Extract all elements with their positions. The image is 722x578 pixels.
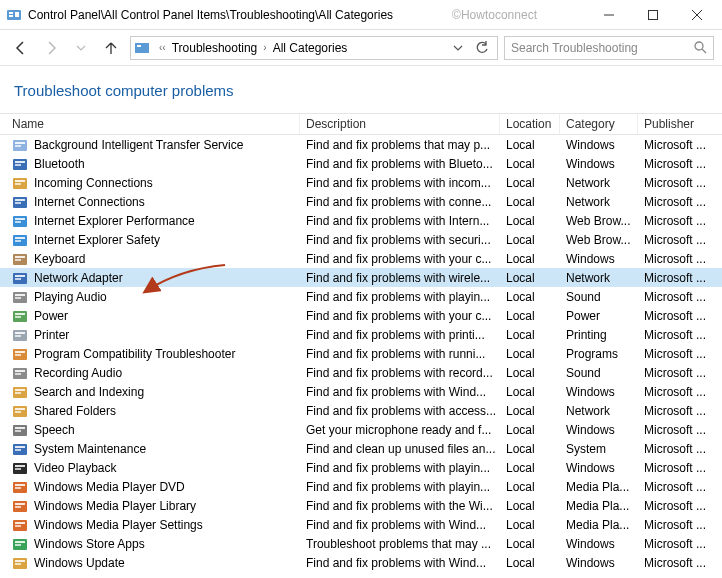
item-icon: [12, 555, 28, 571]
svg-rect-43: [15, 332, 25, 334]
list-item[interactable]: Network AdapterFind and fix problems wit…: [0, 268, 722, 287]
item-publisher: Microsoft ...: [638, 537, 722, 551]
list-item[interactable]: Incoming ConnectionsFind and fix problem…: [0, 173, 722, 192]
troubleshooter-list: Background Intelligent Transfer ServiceF…: [0, 135, 722, 572]
page-title: Troubleshoot computer problems: [0, 66, 722, 113]
item-description: Find and fix problems with record...: [300, 366, 500, 380]
list-item[interactable]: Windows Media Player SettingsFind and fi…: [0, 515, 722, 534]
list-item[interactable]: Shared FoldersFind and fix problems with…: [0, 401, 722, 420]
list-item[interactable]: Search and IndexingFind and fix problems…: [0, 382, 722, 401]
list-item[interactable]: System MaintenanceFind and clean up unus…: [0, 439, 722, 458]
item-name: Bluetooth: [34, 157, 85, 171]
item-category: Printing: [560, 328, 638, 342]
col-publisher[interactable]: Publisher: [638, 114, 722, 134]
refresh-button[interactable]: [471, 37, 493, 59]
item-icon: [12, 175, 28, 191]
chevron-right-icon[interactable]: ›: [259, 42, 270, 53]
forward-button[interactable]: [38, 35, 64, 61]
svg-rect-47: [15, 354, 21, 356]
list-item[interactable]: Internet Explorer SafetyFind and fix pro…: [0, 230, 722, 249]
svg-rect-20: [15, 183, 21, 185]
svg-rect-32: [15, 259, 21, 261]
svg-rect-41: [15, 316, 21, 318]
list-item[interactable]: Windows Media Player LibraryFind and fix…: [0, 496, 722, 515]
window-title: Control Panel\All Control Panel Items\Tr…: [28, 8, 393, 22]
chevron-icon[interactable]: ‹‹: [155, 42, 170, 53]
item-publisher: Microsoft ...: [638, 195, 722, 209]
back-button[interactable]: [8, 35, 34, 61]
history-dropdown[interactable]: [447, 37, 469, 59]
item-category: Windows: [560, 252, 638, 266]
svg-rect-3: [15, 12, 19, 17]
list-item[interactable]: Internet Explorer PerformanceFind and fi…: [0, 211, 722, 230]
minimize-button[interactable]: [596, 5, 622, 25]
item-category: Windows: [560, 556, 638, 570]
search-input[interactable]: Search Troubleshooting: [504, 36, 714, 60]
item-location: Local: [500, 176, 560, 190]
item-location: Local: [500, 290, 560, 304]
list-item[interactable]: Internet ConnectionsFind and fix problem…: [0, 192, 722, 211]
maximize-button[interactable]: [640, 5, 666, 25]
list-item[interactable]: KeyboardFind and fix problems with your …: [0, 249, 722, 268]
item-name: Windows Media Player Library: [34, 499, 196, 513]
recent-dropdown[interactable]: [68, 35, 94, 61]
svg-rect-79: [15, 560, 25, 562]
breadcrumb[interactable]: ‹‹ Troubleshooting › All Categories: [130, 36, 498, 60]
list-item[interactable]: Windows UpdateFind and fix problems with…: [0, 553, 722, 572]
item-name: Background Intelligent Transfer Service: [34, 138, 243, 152]
item-icon: [12, 308, 28, 324]
list-item[interactable]: Program Compatibility TroubleshooterFind…: [0, 344, 722, 363]
item-icon: [12, 270, 28, 286]
svg-rect-38: [15, 297, 21, 299]
svg-rect-23: [15, 202, 21, 204]
col-category[interactable]: Category: [560, 114, 638, 134]
item-location: Local: [500, 556, 560, 570]
item-publisher: Microsoft ...: [638, 385, 722, 399]
item-description: Find and fix problems with your c...: [300, 252, 500, 266]
svg-rect-55: [15, 408, 25, 410]
list-item[interactable]: Background Intelligent Transfer ServiceF…: [0, 135, 722, 154]
item-category: Windows: [560, 537, 638, 551]
item-location: Local: [500, 442, 560, 456]
breadcrumb-seg-troubleshooting[interactable]: Troubleshooting: [170, 41, 260, 55]
svg-rect-35: [15, 278, 21, 280]
breadcrumb-seg-all-categories[interactable]: All Categories: [271, 41, 350, 55]
svg-rect-9: [137, 45, 141, 47]
svg-rect-46: [15, 351, 25, 353]
list-item[interactable]: SpeechGet your microphone ready and f...…: [0, 420, 722, 439]
svg-rect-2: [9, 15, 13, 17]
list-item[interactable]: Recording AudioFind and fix problems wit…: [0, 363, 722, 382]
item-publisher: Microsoft ...: [638, 404, 722, 418]
column-headers: Name Description Location Category Publi…: [0, 113, 722, 135]
svg-rect-64: [15, 465, 25, 467]
item-description: Find and fix problems with your c...: [300, 309, 500, 323]
col-name[interactable]: Name: [0, 114, 300, 134]
control-panel-icon: [6, 7, 22, 23]
item-publisher: Microsoft ...: [638, 328, 722, 342]
item-description: Find and fix problems with playin...: [300, 461, 500, 475]
list-item[interactable]: PowerFind and fix problems with your c..…: [0, 306, 722, 325]
svg-rect-40: [15, 313, 25, 315]
item-location: Local: [500, 366, 560, 380]
item-name: Windows Media Player DVD: [34, 480, 185, 494]
item-icon: [12, 213, 28, 229]
item-description: Find and fix problems with Wind...: [300, 518, 500, 532]
item-name: Incoming Connections: [34, 176, 153, 190]
item-name: Internet Connections: [34, 195, 145, 209]
list-item[interactable]: Windows Media Player DVDFind and fix pro…: [0, 477, 722, 496]
close-button[interactable]: [684, 5, 710, 25]
svg-rect-56: [15, 411, 21, 413]
item-publisher: Microsoft ...: [638, 366, 722, 380]
list-item[interactable]: Video PlaybackFind and fix problems with…: [0, 458, 722, 477]
item-category: Sound: [560, 290, 638, 304]
col-location[interactable]: Location: [500, 114, 560, 134]
list-item[interactable]: BluetoothFind and fix problems with Blue…: [0, 154, 722, 173]
list-item[interactable]: PrinterFind and fix problems with printi…: [0, 325, 722, 344]
svg-rect-14: [15, 145, 21, 147]
up-button[interactable]: [98, 35, 124, 61]
col-description[interactable]: Description: [300, 114, 500, 134]
item-category: Windows: [560, 423, 638, 437]
list-item[interactable]: Playing AudioFind and fix problems with …: [0, 287, 722, 306]
item-name: Windows Media Player Settings: [34, 518, 203, 532]
list-item[interactable]: Windows Store AppsTroubleshoot problems …: [0, 534, 722, 553]
